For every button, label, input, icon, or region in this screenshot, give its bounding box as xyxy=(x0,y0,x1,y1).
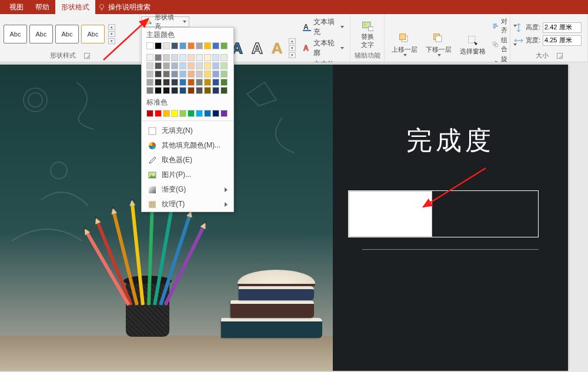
color-swatch[interactable] xyxy=(220,62,228,69)
picture-fill-item[interactable]: 图片(P)... xyxy=(142,167,233,182)
color-swatch[interactable] xyxy=(146,62,153,69)
color-swatch[interactable] xyxy=(212,110,219,117)
color-swatch[interactable] xyxy=(188,54,195,61)
wordart-preset-3[interactable]: A xyxy=(268,38,286,59)
wordart-scroll-up[interactable]: ▴ xyxy=(289,38,296,44)
alt-text-button[interactable]: 替换 文字 xyxy=(358,19,377,49)
gradient-fill-item[interactable]: 渐变(G) xyxy=(142,182,233,197)
selection-pane-button[interactable]: 选择窗格 xyxy=(456,33,489,56)
color-swatch[interactable] xyxy=(196,42,203,49)
color-swatch[interactable] xyxy=(179,87,186,94)
color-swatch[interactable] xyxy=(212,87,219,94)
color-swatch[interactable] xyxy=(146,71,153,78)
color-swatch[interactable] xyxy=(188,87,195,94)
color-swatch[interactable] xyxy=(220,71,228,78)
color-swatch[interactable] xyxy=(146,54,153,61)
color-swatch[interactable] xyxy=(220,42,228,49)
height-input[interactable] xyxy=(543,22,582,33)
progress-bar-outline[interactable] xyxy=(348,190,539,237)
shape-style-preset-4[interactable]: Abc xyxy=(81,25,105,43)
slide[interactable]: 完成度 xyxy=(0,65,568,371)
color-swatch[interactable] xyxy=(171,54,178,61)
color-swatch[interactable] xyxy=(171,87,178,94)
color-swatch[interactable] xyxy=(163,42,170,49)
color-swatch[interactable] xyxy=(188,79,195,86)
color-swatch[interactable] xyxy=(220,110,228,117)
send-backward-button[interactable]: 下移一层 xyxy=(422,32,455,58)
color-swatch[interactable] xyxy=(163,87,170,94)
wordart-expand[interactable]: ▾ xyxy=(289,52,296,58)
color-swatch[interactable] xyxy=(212,62,219,69)
color-swatch[interactable] xyxy=(179,42,186,49)
gallery-scroll-down[interactable]: ▾ xyxy=(108,31,115,37)
color-swatch[interactable] xyxy=(179,54,186,61)
color-swatch[interactable] xyxy=(163,54,170,61)
text-outline-button[interactable]: A 文本轮廓 xyxy=(300,38,346,59)
color-swatch[interactable] xyxy=(196,110,203,117)
color-swatch[interactable] xyxy=(196,79,203,86)
color-swatch[interactable] xyxy=(155,71,162,78)
color-swatch[interactable] xyxy=(163,62,170,69)
tab-view[interactable]: 视图 xyxy=(4,0,29,15)
color-swatch[interactable] xyxy=(188,110,195,117)
slide-canvas-area[interactable]: 完成度 xyxy=(0,62,588,372)
color-swatch[interactable] xyxy=(146,87,153,94)
shape-styles-dialog-launcher[interactable] xyxy=(84,53,90,59)
slide-title[interactable]: 完成度 xyxy=(333,123,568,158)
color-swatch[interactable] xyxy=(196,62,203,69)
color-swatch[interactable] xyxy=(204,79,211,86)
gallery-expand[interactable]: ▾ xyxy=(108,38,115,44)
color-swatch[interactable] xyxy=(163,110,170,117)
texture-fill-item[interactable]: 纹理(T) xyxy=(142,197,233,212)
color-swatch[interactable] xyxy=(212,54,219,61)
color-swatch[interactable] xyxy=(212,79,219,86)
wordart-preset-2[interactable]: A xyxy=(248,38,266,59)
shape-style-preset-2[interactable]: Abc xyxy=(29,25,53,43)
color-swatch[interactable] xyxy=(204,110,211,117)
color-swatch[interactable] xyxy=(171,42,178,49)
shape-style-preset-1[interactable]: Abc xyxy=(4,25,27,43)
color-swatch[interactable] xyxy=(155,42,162,49)
color-swatch[interactable] xyxy=(179,62,186,69)
color-swatch[interactable] xyxy=(196,71,203,78)
color-swatch[interactable] xyxy=(171,62,178,69)
color-swatch[interactable] xyxy=(155,62,162,69)
color-swatch[interactable] xyxy=(163,71,170,78)
color-swatch[interactable] xyxy=(204,87,211,94)
color-swatch[interactable] xyxy=(155,87,162,94)
color-swatch[interactable] xyxy=(188,62,195,69)
color-swatch[interactable] xyxy=(146,110,153,117)
bring-forward-button[interactable]: 上移一层 xyxy=(388,32,421,58)
color-swatch[interactable] xyxy=(179,79,186,86)
tell-me-search[interactable]: 操作说明搜索 xyxy=(98,2,151,12)
color-swatch[interactable] xyxy=(155,110,162,117)
color-swatch[interactable] xyxy=(204,71,211,78)
color-swatch[interactable] xyxy=(204,42,211,49)
text-fill-button[interactable]: A 文本填充 xyxy=(300,16,346,38)
tab-shape-format[interactable]: 形状格式 xyxy=(55,0,95,15)
color-swatch[interactable] xyxy=(220,79,228,86)
width-input[interactable] xyxy=(543,35,582,46)
shape-style-preset-3[interactable]: Abc xyxy=(55,25,79,43)
color-swatch[interactable] xyxy=(188,71,195,78)
no-fill-item[interactable]: 无填充(N) xyxy=(142,123,233,138)
shape-fill-button[interactable]: 形状填充 xyxy=(141,16,189,27)
color-swatch[interactable] xyxy=(179,110,186,117)
color-swatch[interactable] xyxy=(146,42,153,49)
color-swatch[interactable] xyxy=(155,79,162,86)
tab-help[interactable]: 帮助 xyxy=(29,0,55,15)
color-swatch[interactable] xyxy=(171,79,178,86)
color-swatch[interactable] xyxy=(171,71,178,78)
color-swatch[interactable] xyxy=(196,54,203,61)
color-swatch[interactable] xyxy=(204,54,211,61)
wordart-scroll-down[interactable]: ▾ xyxy=(289,45,296,51)
color-swatch[interactable] xyxy=(204,62,211,69)
color-swatch[interactable] xyxy=(146,79,153,86)
progress-bar-fill-shape[interactable] xyxy=(349,191,432,237)
eyedropper-item[interactable]: 取色器(E) xyxy=(142,153,233,167)
color-swatch[interactable] xyxy=(171,110,178,117)
more-fill-colors-item[interactable]: 其他填充颜色(M)... xyxy=(142,138,233,153)
color-swatch[interactable] xyxy=(220,87,228,94)
color-swatch[interactable] xyxy=(155,54,162,61)
color-swatch[interactable] xyxy=(212,71,219,78)
